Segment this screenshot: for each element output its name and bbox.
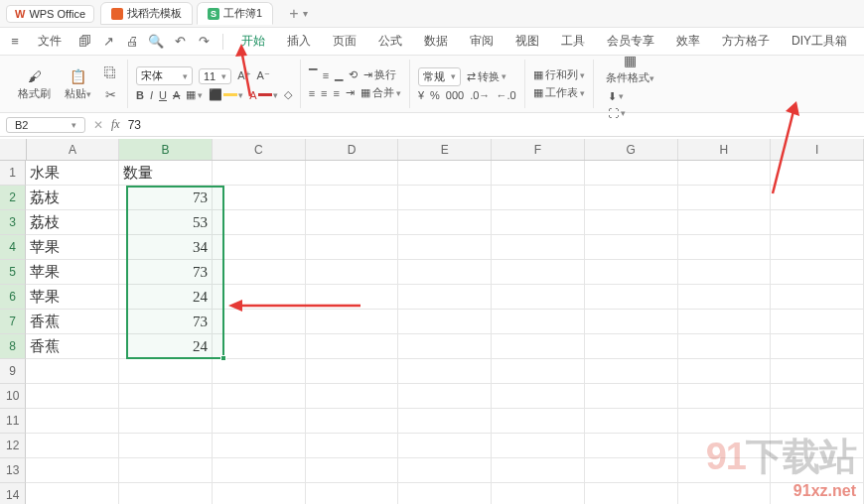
cell[interactable]	[306, 310, 399, 334]
cell[interactable]	[398, 359, 492, 384]
cell[interactable]	[585, 235, 678, 260]
cell[interactable]	[771, 235, 864, 260]
cell[interactable]	[492, 235, 585, 260]
comma-icon[interactable]: 000	[446, 89, 464, 101]
cell[interactable]	[306, 384, 399, 409]
cell[interactable]	[678, 161, 772, 186]
cell[interactable]	[398, 434, 492, 458]
cell[interactable]	[492, 434, 585, 458]
cell[interactable]	[213, 434, 306, 458]
undo-icon[interactable]: ↶	[171, 33, 189, 51]
cell[interactable]	[213, 384, 306, 409]
cell[interactable]	[771, 359, 864, 384]
print-icon[interactable]: 🖨	[123, 33, 141, 51]
cell[interactable]: 苹果	[26, 235, 119, 260]
cell[interactable]: 24	[119, 285, 213, 310]
row-header[interactable]: 13	[0, 458, 26, 483]
cell[interactable]	[398, 186, 492, 210]
col-header-f[interactable]: F	[492, 139, 585, 160]
cell[interactable]	[119, 434, 213, 458]
formula-value[interactable]: 73	[128, 118, 141, 132]
worksheet-button[interactable]: ▦ 工作表▾	[533, 85, 585, 100]
cell[interactable]	[771, 384, 864, 409]
fx-icon[interactable]: fx	[111, 117, 120, 132]
cell[interactable]: 香蕉	[26, 310, 119, 334]
cell[interactable]	[26, 434, 119, 458]
menu-view[interactable]: 视图	[507, 30, 547, 53]
cell[interactable]	[306, 260, 399, 285]
row-header[interactable]: 4	[0, 235, 26, 260]
cell[interactable]	[213, 409, 306, 434]
cell[interactable]	[771, 260, 864, 285]
cell[interactable]	[398, 334, 492, 359]
cell[interactable]	[492, 483, 585, 504]
menu-review[interactable]: 审阅	[462, 30, 502, 53]
menu-ffgz[interactable]: 方方格子	[714, 30, 778, 53]
cell[interactable]	[771, 161, 864, 186]
cell[interactable]	[492, 285, 585, 310]
cell[interactable]	[492, 186, 585, 210]
font-grow-icon[interactable]: A⁺	[237, 69, 250, 82]
cell[interactable]	[306, 483, 399, 504]
row-header[interactable]: 7	[0, 310, 26, 334]
cell[interactable]: 53	[119, 210, 213, 235]
menu-insert[interactable]: 插入	[279, 30, 319, 53]
cell[interactable]	[398, 260, 492, 285]
cell[interactable]	[213, 260, 306, 285]
cell[interactable]	[585, 434, 678, 458]
cell[interactable]	[398, 310, 492, 334]
cell[interactable]	[213, 334, 306, 359]
col-header-e[interactable]: E	[398, 139, 492, 160]
row-header[interactable]: 3	[0, 210, 26, 235]
cell[interactable]	[492, 210, 585, 235]
clear-format-icon[interactable]: ◇	[284, 88, 292, 101]
tab-template-store[interactable]: 找稻壳模板	[100, 2, 193, 25]
cell[interactable]	[771, 210, 864, 235]
cell[interactable]	[119, 483, 213, 504]
cell[interactable]	[213, 310, 306, 334]
cell[interactable]: 水果	[26, 161, 119, 186]
cell[interactable]	[306, 409, 399, 434]
menu-efficiency[interactable]: 效率	[668, 30, 708, 53]
cell[interactable]	[585, 384, 678, 409]
new-tab-button[interactable]: +	[289, 5, 298, 23]
cell[interactable]	[119, 384, 213, 409]
cell[interactable]: 荔枝	[26, 210, 119, 235]
row-header[interactable]: 1	[0, 161, 26, 186]
cell[interactable]	[306, 359, 399, 384]
align-middle-icon[interactable]: ≡	[323, 69, 329, 81]
transpose-button[interactable]: ⇄ 转换▾	[467, 69, 506, 84]
bold-button[interactable]: B	[136, 89, 144, 101]
cell[interactable]	[585, 359, 678, 384]
cell[interactable]	[213, 359, 306, 384]
cell[interactable]	[119, 409, 213, 434]
tab-workbook-1[interactable]: S 工作簿1	[197, 2, 273, 25]
row-header[interactable]: 5	[0, 260, 26, 285]
percent-icon[interactable]: %	[430, 89, 440, 101]
align-left-icon[interactable]: ≡	[309, 87, 315, 99]
cell[interactable]: 荔枝	[26, 186, 119, 210]
row-header[interactable]: 2	[0, 186, 26, 210]
tab-menu-icon[interactable]: ▾	[303, 8, 308, 19]
wrap-text-button[interactable]: ⇥ 换行	[363, 67, 396, 82]
conditional-format-button[interactable]: ▦ 条件格式▾	[602, 50, 658, 87]
merge-button[interactable]: ▦ 合并▾	[360, 85, 401, 100]
cell[interactable]	[213, 186, 306, 210]
copy-icon[interactable]: ⿻	[101, 64, 119, 82]
menu-formula[interactable]: 公式	[370, 30, 410, 53]
decimal-inc-icon[interactable]: .0→	[470, 89, 490, 101]
menu-tools[interactable]: 工具	[553, 30, 593, 53]
strike-button[interactable]: A	[173, 89, 180, 101]
align-right-icon[interactable]: ≡	[334, 87, 340, 99]
col-header-d[interactable]: D	[306, 139, 399, 160]
align-bottom-icon[interactable]: ▁	[335, 68, 343, 81]
cell[interactable]	[306, 161, 399, 186]
cell[interactable]	[398, 458, 492, 483]
currency-button[interactable]: ¥	[418, 89, 424, 101]
cell[interactable]	[678, 260, 772, 285]
export-icon[interactable]: ↗	[99, 33, 117, 51]
cell[interactable]: 24	[119, 334, 213, 359]
menu-data[interactable]: 数据	[416, 30, 456, 53]
cell[interactable]	[678, 359, 772, 384]
decimal-dec-icon[interactable]: ←.0	[496, 89, 515, 101]
